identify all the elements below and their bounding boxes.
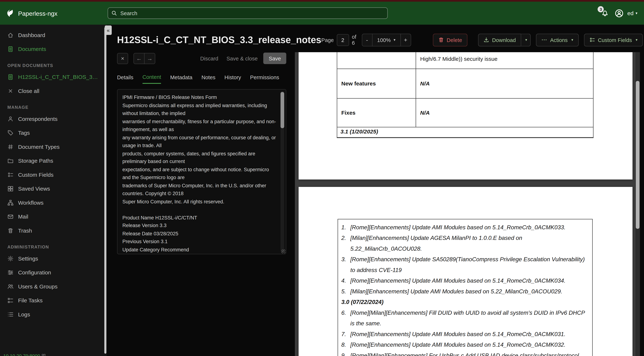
- content-textarea-wrap: IPMI Firmware / BIOS Release Notes Form …: [117, 89, 286, 254]
- sidebar-scrollbar[interactable]: [104, 27, 106, 354]
- item-text: [Milan][Enhancements] Update AMI Modules…: [350, 286, 589, 297]
- release-note-item: 2. [Milan][Enhancements] Update AGESA Mi…: [340, 232, 589, 254]
- item-number: 9.: [340, 350, 350, 356]
- page-navigation: Page of 6: [321, 34, 356, 46]
- document-content-textarea[interactable]: IPMI Firmware / BIOS Release Notes Form …: [117, 89, 286, 254]
- zoom-select[interactable]: 100% ▾: [372, 34, 401, 46]
- sidebar: Dashboard Documents OPEN DOCUMENTS H12SS…: [0, 25, 107, 356]
- textarea-resize-grip[interactable]: [281, 250, 286, 254]
- sidebar-item-users-groups[interactable]: Users & Groups: [0, 279, 107, 294]
- item-number: 2.: [340, 232, 350, 254]
- caret-down-icon: ▾: [636, 38, 638, 42]
- sliders-icon: [8, 269, 14, 276]
- search-input[interactable]: [108, 8, 388, 19]
- item-number: 7.: [340, 328, 350, 340]
- window-top-strip: [0, 0, 644, 2]
- save-and-close-button[interactable]: Save & close: [222, 55, 262, 62]
- sidebar-item-mail[interactable]: Mail: [0, 210, 107, 224]
- table-row: New features N/A: [337, 69, 593, 98]
- sidebar-item-documents[interactable]: Documents: [0, 42, 107, 56]
- page-number-input[interactable]: [336, 34, 349, 46]
- release-notes-list-box: 1. [Rome][Enhancements] Update AMI Modul…: [338, 219, 593, 356]
- sidebar-item-custom-fields[interactable]: Custom Fields: [0, 168, 107, 182]
- sidebar-item-label: Custom Fields: [18, 172, 54, 178]
- sidebar-heading-open-documents: OPEN DOCUMENTS: [0, 56, 107, 70]
- previous-document-button[interactable]: ←: [134, 53, 144, 64]
- sidebar-item-settings[interactable]: Settings: [0, 252, 107, 266]
- sidebar-collapse-button[interactable]: «: [105, 26, 112, 35]
- sidebar-item-label: Mail: [18, 214, 28, 220]
- table-cell-value: N/A: [416, 98, 593, 127]
- sidebar-item-logs[interactable]: Logs: [0, 307, 107, 321]
- brand-name: Paperless-ngx: [18, 10, 58, 16]
- table-cell-label: New features: [337, 69, 416, 98]
- brand[interactable]: Paperless-ngx: [0, 9, 108, 17]
- user-avatar-icon: [615, 9, 624, 17]
- sidebar-item-storage-paths[interactable]: Storage Paths: [0, 154, 107, 168]
- item-text: [Rome][Enhancements] Update AMI Modules …: [350, 328, 589, 340]
- table-cell-label: [337, 52, 416, 69]
- download-dropdown-button[interactable]: ▾: [521, 34, 531, 46]
- tab-permissions[interactable]: Permissions: [250, 74, 279, 84]
- sidebar-heading-manage: MANAGE: [0, 98, 107, 112]
- textarea-scrollbar-thumb[interactable]: [280, 92, 284, 128]
- sidebar-close-all[interactable]: Close all: [0, 84, 107, 98]
- tab-metadata[interactable]: Metadata: [170, 74, 192, 84]
- search-icon: [111, 10, 117, 16]
- sidebar-item-label: Document Types: [18, 144, 60, 150]
- actions-button[interactable]: Actions ▾: [536, 34, 578, 46]
- sidebar-item-label: Documents: [18, 46, 46, 52]
- checklist-icon: [8, 297, 14, 304]
- item-number: 1.: [340, 222, 350, 232]
- item-text: [Rome][Enhancements] Update AMI Modules …: [350, 222, 589, 232]
- sidebar-item-dashboard[interactable]: Dashboard: [0, 28, 107, 42]
- caret-down-icon: ▾: [571, 38, 573, 42]
- caret-down-icon: ▾: [636, 11, 638, 15]
- tab-history[interactable]: History: [224, 74, 241, 84]
- sidebar-open-document[interactable]: H12SSL-i_C_CT_NT_BIOS_3.3_rel...: [0, 70, 107, 84]
- close-document-button[interactable]: ×: [117, 53, 128, 64]
- trash-icon: [438, 37, 444, 43]
- tab-notes[interactable]: Notes: [202, 74, 216, 84]
- sidebar-item-label: Trash: [18, 227, 32, 234]
- document-nav-buttons: ← →: [134, 53, 155, 64]
- tab-details[interactable]: Details: [117, 74, 133, 84]
- person-icon: [8, 116, 14, 122]
- save-button[interactable]: Save: [264, 52, 286, 64]
- header-controls: Page of 6 - 100% ▾ + Delete: [321, 34, 644, 46]
- sidebar-item-workflows[interactable]: Workflows: [0, 196, 107, 210]
- release-note-item: 6. [Rome][Milan][Enhancements] Fill DUID…: [340, 307, 589, 328]
- pdf-page-2: 1. [Rome][Enhancements] Update AMI Modul…: [299, 187, 632, 356]
- table-row: 3.1 (1/20/2025): [337, 128, 593, 138]
- item-number: 3.: [340, 254, 350, 275]
- topbar-right-cluster: 3 ed ▾: [602, 9, 644, 17]
- download-button[interactable]: Download: [478, 34, 521, 46]
- discard-button[interactable]: Discard: [196, 55, 222, 62]
- hash-icon: [8, 144, 14, 150]
- sidebar-item-trash[interactable]: Trash: [0, 224, 107, 238]
- user-menu[interactable]: ed ▾: [628, 10, 638, 16]
- sidebar-item-saved-views[interactable]: Saved Views: [0, 182, 107, 196]
- sidebar-item-file-tasks[interactable]: File Tasks: [0, 294, 107, 308]
- host-link[interactable]: 10.10.20.79:8000: [3, 354, 40, 356]
- zoom-out-button[interactable]: -: [362, 34, 372, 46]
- tag-icon: [8, 130, 14, 136]
- sidebar-item-correspondents[interactable]: Correspondents: [0, 112, 107, 126]
- main-content: H12SSL-i_C_CT_NT_BIOS_3.3_release_notes …: [109, 25, 644, 356]
- zoom-in-button[interactable]: +: [400, 34, 411, 46]
- sidebar-item-label: Logs: [18, 311, 30, 317]
- sidebar-item-document-types[interactable]: Document Types: [0, 140, 107, 154]
- notifications-button[interactable]: 3: [602, 10, 609, 17]
- editor-toolbar: × ← → Discard Save & close Save: [117, 52, 286, 64]
- custom-fields-button[interactable]: Custom Fields ▾: [584, 34, 643, 46]
- delete-button[interactable]: Delete: [432, 34, 467, 46]
- tab-content[interactable]: Content: [142, 74, 161, 84]
- sidebar-item-configuration[interactable]: Configuration: [0, 266, 107, 280]
- next-document-button[interactable]: →: [144, 53, 155, 64]
- caret-down-icon: ▾: [394, 38, 396, 42]
- sidebar-item-tags[interactable]: Tags: [0, 126, 107, 140]
- item-text: [Rome][Enhancements] Update SA50289(Tian…: [350, 254, 589, 275]
- page-title: H12SSL-i_C_CT_NT_BIOS_3.3_release_notes: [117, 34, 321, 46]
- sidebar-item-label: Saved Views: [18, 186, 50, 192]
- preview-scrollbar-thumb[interactable]: [636, 81, 640, 229]
